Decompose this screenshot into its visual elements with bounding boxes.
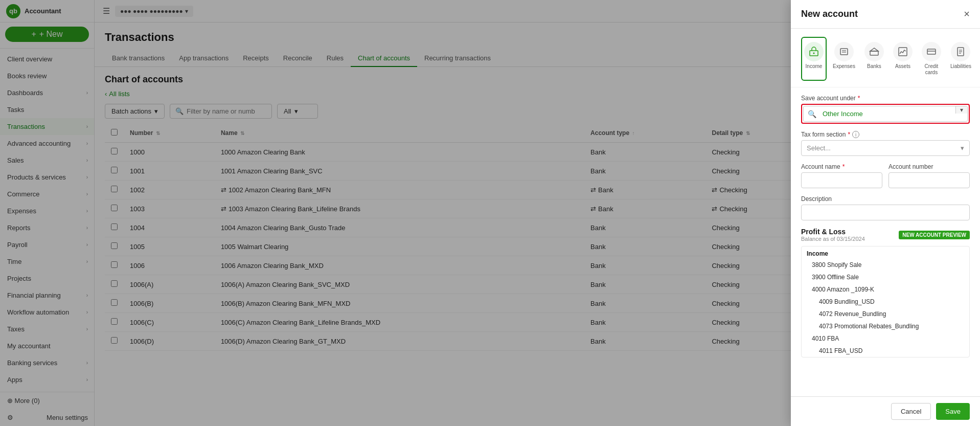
list-item[interactable]: 4011 FBA_USD [802,345,969,357]
list-item[interactable]: 4072 Revenue_Bundling [802,308,969,320]
banks-label: Banks [867,63,881,70]
new-account-panel: New account × Income Expenses Banks [791,0,980,426]
account-type-credit-cards[interactable]: Credit cards [919,37,944,81]
list-item[interactable]: 3900 Offline Sale [802,271,969,283]
account-type-liabilities[interactable]: Liabilities [947,37,974,81]
account-type-income[interactable]: Income [801,37,827,81]
required-indicator: * [842,163,845,170]
list-item[interactable]: 4009 Bundling_USD [802,296,969,308]
search-icon: 🔍 [804,110,821,118]
expenses-icon [834,42,854,61]
info-icon[interactable]: i [852,131,859,138]
pl-header: Profit & Loss Balance as of 03/15/2024 N… [801,228,970,242]
description-label: Description [801,195,970,203]
account-number-field-group: Account number [888,163,970,188]
account-type-expenses[interactable]: Expenses [830,37,858,81]
account-number-label: Account number [888,163,970,170]
new-account-preview-badge[interactable]: NEW ACCOUNT PREVIEW [899,231,970,239]
required-indicator: * [848,131,850,138]
tax-form-select[interactable]: Select... ▾ [801,140,970,156]
assets-icon [893,42,913,61]
assets-label: Assets [895,63,910,70]
tax-form-label: Tax form section * i [801,131,970,138]
panel-title: New account [801,9,858,19]
account-type-banks[interactable]: Banks [861,37,887,81]
description-field-group: Description [801,195,970,220]
income-icon [804,42,824,61]
save-account-wrapper: 🔍 ▾ [801,104,970,124]
pl-title-group: Profit & Loss Balance as of 03/15/2024 [801,228,865,242]
pl-list: Income 3800 Shopify Sale 3900 Offline Sa… [801,246,970,357]
tax-form-field-group: Tax form section * i Select... ▾ [801,131,970,156]
account-type-assets[interactable]: Assets [890,37,916,81]
account-name-input[interactable] [801,172,882,188]
save-button[interactable]: Save [936,403,970,420]
liabilities-icon [951,42,970,61]
save-account-input[interactable] [821,106,955,121]
panel-close-button[interactable]: × [964,8,970,20]
chevron-down-icon: ▾ [961,144,964,152]
account-types: Income Expenses Banks Assets Credit card… [791,29,980,87]
svg-rect-5 [870,51,878,55]
save-account-field-group: Save account under * 🔍 ▾ [801,95,970,124]
account-name-label: Account name * [801,163,882,170]
svg-rect-2 [840,49,848,55]
save-account-label: Save account under * [801,95,970,102]
account-number-input[interactable] [888,172,970,188]
list-item[interactable]: 4010 FBA [802,332,969,345]
pl-category-income: Income [802,246,969,259]
pl-subtitle: Balance as of 03/15/2024 [801,236,865,242]
account-name-number-row: Account name * Account number [801,163,970,195]
list-item[interactable]: 4000 Amazon _1099-K [802,283,969,296]
description-input[interactable] [801,205,970,220]
banks-icon [864,42,884,61]
chevron-down-icon[interactable]: ▾ [955,106,967,114]
svg-point-1 [813,53,815,54]
account-type-equity[interactable]: Equity [977,37,980,81]
svg-rect-7 [927,49,936,54]
tax-form-value: Select... [807,144,831,152]
income-label: Income [806,63,823,70]
account-name-field-group: Account name * [801,163,882,188]
panel-body: Save account under * 🔍 ▾ Tax form sectio… [791,87,980,396]
liabilities-label: Liabilities [950,63,971,70]
panel-footer: Cancel Save [791,396,980,426]
credit-cards-label: Credit cards [922,63,941,76]
svg-rect-6 [899,48,907,56]
cancel-button[interactable]: Cancel [891,403,931,420]
save-account-input-row: 🔍 ▾ [803,106,968,122]
credit-cards-icon [922,42,941,61]
profit-loss-section: Profit & Loss Balance as of 03/15/2024 N… [801,228,970,357]
list-item[interactable]: 3800 Shopify Sale [802,259,969,271]
required-indicator: * [858,95,860,102]
panel-header: New account × [791,0,980,29]
list-item[interactable]: 4073 Promotional Rebates_Bundling [802,320,969,332]
pl-title: Profit & Loss [801,228,865,236]
expenses-label: Expenses [833,63,855,70]
